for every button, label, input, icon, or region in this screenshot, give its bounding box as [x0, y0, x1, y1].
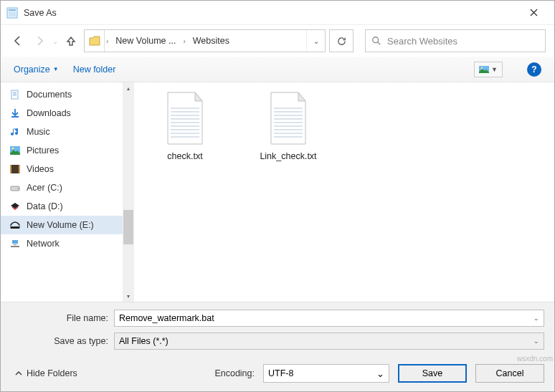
sidebar-item-label: Downloads — [27, 108, 71, 118]
sidebar-item-label: Documents — [27, 90, 72, 100]
file-content[interactable]: check.txtLink_check.txt — [134, 82, 554, 302]
breadcrumb-item-volume[interactable]: New Volume ... — [110, 30, 181, 52]
documents-icon — [9, 89, 21, 100]
window-title: Save As — [24, 8, 518, 18]
refresh-button[interactable] — [329, 29, 354, 52]
breadcrumb-item-websites[interactable]: Websites — [187, 30, 235, 52]
sidebar-item-pictures[interactable]: Pictures — [1, 141, 134, 160]
body: DocumentsDownloadsMusicPicturesVideosAce… — [1, 82, 554, 302]
view-button[interactable]: ▼ — [474, 62, 503, 77]
filename-input[interactable]: Remove_watermark.bat ⌄ — [114, 310, 544, 327]
close-button[interactable] — [518, 2, 549, 24]
picture-icon — [479, 66, 489, 73]
search-placeholder: Search Websites — [387, 36, 457, 47]
save-button[interactable]: Save — [398, 364, 467, 383]
encoding-select[interactable]: UTF-8 ⌄ — [263, 364, 389, 383]
sidebar-item-network[interactable]: Network — [1, 234, 134, 253]
save-as-dialog: Save As ⌄ › New Volume ... › Websites ⌄ … — [0, 0, 555, 392]
drive-icon — [9, 182, 21, 193]
up-button[interactable] — [62, 32, 80, 49]
sidebar-item-label: Pictures — [27, 145, 59, 156]
chevron-down-icon: ▼ — [491, 66, 498, 73]
sidebar-item-downloads[interactable]: Downloads — [1, 104, 134, 123]
chevron-down-icon[interactable]: ⌄ — [376, 368, 384, 379]
new-folder-button[interactable]: New folder — [73, 64, 116, 75]
svg-rect-14 — [12, 240, 18, 244]
bottom-panel: File name: Remove_watermark.bat ⌄ Save a… — [1, 302, 554, 391]
sidebar-item-new-volume-e-[interactable]: New Volume (E:) — [1, 216, 134, 234]
search-icon — [371, 36, 381, 46]
text-file-icon — [265, 90, 311, 147]
navbar: ⌄ › New Volume ... › Websites ⌄ Search W… — [1, 25, 554, 57]
chevron-right-icon[interactable]: › — [105, 37, 110, 45]
svg-rect-1 — [9, 9, 16, 11]
text-file-icon — [162, 90, 208, 147]
sidebar-item-label: Videos — [27, 164, 54, 174]
sidebar-item-acer-c-[interactable]: Acer (C:) — [1, 178, 134, 197]
scroll-thumb[interactable] — [123, 210, 133, 244]
chevron-up-icon — [15, 370, 22, 377]
svg-rect-10 — [10, 165, 11, 173]
svg-rect-11 — [19, 165, 20, 173]
svg-rect-15 — [14, 244, 16, 245]
folder-icon — [85, 30, 105, 52]
breadcrumb-dropdown[interactable]: ⌄ — [306, 30, 325, 52]
save-type-label: Save as type: — [11, 336, 108, 346]
scroll-down-icon[interactable]: ▾ — [123, 290, 134, 302]
forward-button[interactable] — [31, 32, 48, 49]
svg-point-13 — [17, 188, 19, 189]
organize-button[interactable]: Organize▼ — [14, 64, 59, 75]
chevron-right-icon[interactable]: › — [181, 37, 186, 45]
downloads-icon — [9, 107, 21, 119]
chevron-down-icon[interactable]: ⌄ — [533, 338, 539, 345]
svg-rect-16 — [11, 246, 19, 247]
chevron-down-icon[interactable]: ⌄ — [533, 315, 539, 322]
scroll-up-icon[interactable]: ▴ — [123, 82, 134, 94]
svg-point-3 — [373, 37, 379, 43]
svg-rect-6 — [11, 90, 18, 99]
sidebar-item-label: Data (D:) — [27, 201, 63, 211]
sidebar-item-data-d-[interactable]: Data (D:) — [1, 197, 134, 216]
sidebar-item-videos[interactable]: Videos — [1, 160, 134, 178]
file-label: check.txt — [167, 151, 202, 161]
music-icon — [9, 126, 21, 138]
sidebar: DocumentsDownloadsMusicPicturesVideosAce… — [1, 82, 134, 302]
svg-point-8 — [12, 148, 14, 150]
chevron-down-icon: ▼ — [53, 66, 59, 72]
sidebar-item-label: Music — [27, 127, 50, 137]
file-label: Link_check.txt — [260, 151, 316, 161]
toolbar: Organize▼ New folder ▼ ? — [1, 57, 554, 82]
hide-folders-button[interactable]: Hide Folders — [11, 368, 77, 378]
file-item[interactable]: check.txt — [146, 90, 224, 161]
data-icon — [9, 201, 21, 212]
filename-label: File name: — [11, 313, 108, 323]
network-icon — [9, 238, 21, 249]
cancel-button[interactable]: Cancel — [475, 364, 544, 383]
sidebar-scrollbar[interactable]: ▴ ▾ — [123, 82, 134, 302]
pictures-icon — [9, 145, 21, 156]
save-type-select[interactable]: All Files (*.*) ⌄ — [114, 333, 544, 350]
encoding-label: Encoding: — [214, 368, 255, 378]
volume-icon — [9, 219, 21, 231]
titlebar: Save As — [1, 1, 554, 25]
sidebar-item-label: Acer (C:) — [27, 183, 62, 193]
app-icon — [6, 7, 18, 19]
recent-dropdown[interactable]: ⌄ — [52, 37, 58, 45]
svg-rect-2 — [9, 11, 16, 16]
sidebar-item-music[interactable]: Music — [1, 123, 134, 141]
sidebar-item-documents[interactable]: Documents — [1, 85, 134, 104]
file-item[interactable]: Link_check.txt — [249, 90, 328, 161]
svg-rect-9 — [10, 165, 20, 173]
search-input[interactable]: Search Websites — [365, 29, 546, 52]
breadcrumb[interactable]: › New Volume ... › Websites ⌄ — [84, 29, 326, 52]
videos-icon — [9, 163, 21, 175]
svg-point-5 — [481, 67, 483, 68]
sidebar-item-label: New Volume (E:) — [27, 220, 94, 230]
back-button[interactable] — [9, 32, 27, 49]
help-button[interactable]: ? — [527, 62, 541, 77]
sidebar-item-label: Network — [27, 239, 60, 249]
